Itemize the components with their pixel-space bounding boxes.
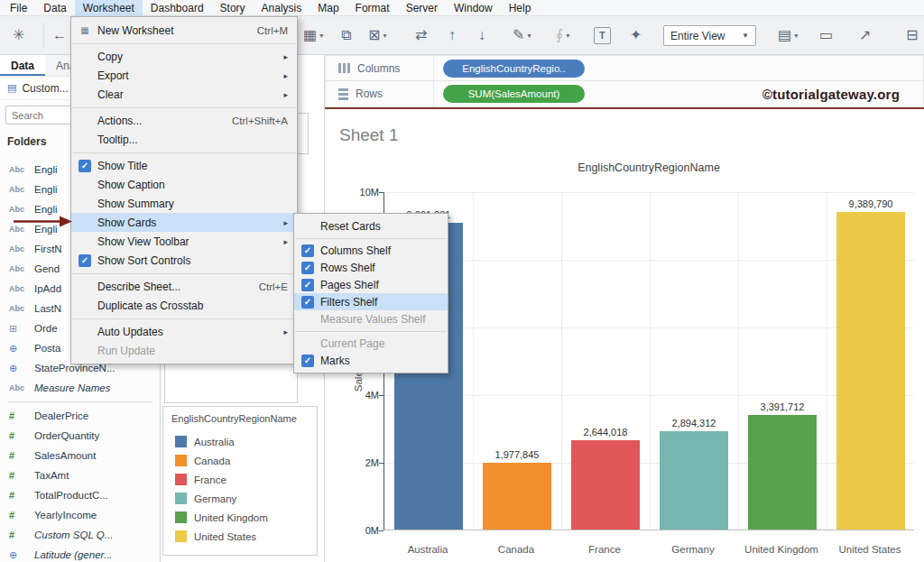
rows-shelf[interactable]: Rows SUM(SalesAmount) ©tutorialgateway.o…: [325, 81, 924, 107]
menu-server[interactable]: Server: [398, 0, 446, 16]
bar-united-kingdom[interactable]: [748, 415, 817, 530]
field-label: YearlyIncome: [34, 510, 97, 521]
legend-swatch-germany[interactable]: [175, 493, 187, 504]
legend-item-australia[interactable]: Australia: [171, 432, 313, 451]
menu-item-show-caption[interactable]: Show Caption: [71, 175, 297, 194]
menu-item-show-title[interactable]: ✓Show Title: [71, 156, 297, 175]
legend-swatch-canada[interactable]: [175, 455, 187, 466]
back-arrow-icon[interactable]: ←: [52, 25, 67, 45]
new-worksheet-icon[interactable]: ▦▾: [303, 25, 323, 46]
field-dealerprice[interactable]: #DealerPrice: [0, 406, 160, 426]
menu-item-current-page[interactable]: Current Page: [294, 335, 448, 352]
field-yearlyincome[interactable]: #YearlyIncome: [0, 505, 160, 525]
color-legend-card[interactable]: EnglishCountryRegionName AustraliaCanada…: [162, 406, 318, 556]
dropdown-caret-icon[interactable]: ▾: [566, 32, 569, 40]
menu-item-marks[interactable]: ✓Marks: [294, 352, 448, 369]
legend-item-france[interactable]: France: [171, 470, 313, 489]
bar-france[interactable]: [571, 440, 640, 530]
fit-mode-select[interactable]: Entire View ▼: [663, 25, 756, 46]
rows-pill[interactable]: SUM(SalesAmount): [443, 85, 585, 103]
mark-labels-icon[interactable]: T: [594, 27, 611, 44]
menu-item-auto-updates[interactable]: Auto Updates▸: [71, 322, 297, 341]
legend-item-united-states[interactable]: United States: [171, 527, 313, 546]
menu-item-reset-cards[interactable]: Reset Cards: [294, 217, 448, 235]
menu-item-copy[interactable]: Copy▸: [71, 47, 297, 66]
menu-item-rows-shelf[interactable]: ✓Rows Shelf: [294, 259, 448, 276]
menu-worksheet[interactable]: Worksheet: [75, 0, 143, 16]
menu-item-run-update[interactable]: Run Update: [71, 341, 297, 360]
menu-story[interactable]: Story: [212, 0, 254, 16]
dropdown-caret-icon[interactable]: ▾: [383, 32, 386, 40]
menu-item-clear[interactable]: Clear▸: [71, 85, 297, 104]
dropdown-caret-icon[interactable]: ▾: [794, 32, 798, 40]
menu-window[interactable]: Window: [446, 0, 501, 16]
dropdown-caret-icon[interactable]: ▾: [319, 32, 323, 40]
x-axis-category-label: Germany: [649, 544, 737, 555]
menu-map[interactable]: Map: [310, 0, 346, 16]
field-latitude-gener[interactable]: ⊕Latitude (gener...: [0, 545, 160, 562]
duplicate-sheet-icon[interactable]: ⧉: [341, 25, 351, 45]
bar-canada[interactable]: [483, 463, 551, 530]
menu-file[interactable]: File: [2, 0, 35, 16]
submenu-arrow-icon: ▸: [283, 327, 291, 336]
field-totalproductc[interactable]: #TotalProductC...: [0, 485, 160, 505]
menu-item-label: Duplicate as Crosstab: [97, 299, 288, 312]
tableau-logo-icon[interactable]: ✳: [13, 25, 24, 45]
sort-ascending-icon[interactable]: ↑: [448, 25, 456, 45]
menu-item-label: Rows Shelf: [320, 262, 439, 274]
clear-sheet-icon[interactable]: ⊠▾: [368, 25, 386, 46]
bar-germany[interactable]: [660, 431, 728, 530]
menu-item-show-cards[interactable]: Show Cards▸: [71, 213, 297, 232]
field-label: TotalProductC...: [34, 490, 108, 501]
columns-icon: [338, 63, 350, 73]
menu-item-columns-shelf[interactable]: ✓Columns Shelf: [294, 242, 448, 259]
paperclip-icon[interactable]: ∮▾: [556, 25, 569, 46]
legend-item-germany[interactable]: Germany: [171, 489, 313, 508]
field-taxamt[interactable]: #TaxAmt: [0, 465, 160, 485]
sort-descending-icon[interactable]: ↓: [478, 25, 485, 45]
field-custom-sql-q[interactable]: #Custom SQL Q...: [0, 525, 160, 545]
menu-data[interactable]: Data: [35, 0, 74, 16]
menu-dashboard[interactable]: Dashboard: [143, 0, 212, 16]
menu-item-export[interactable]: Export▸: [71, 66, 297, 85]
field-orderquantity[interactable]: #OrderQuantity: [0, 426, 160, 446]
menu-item-show-summary[interactable]: Show Summary: [71, 194, 297, 213]
legend-swatch-australia[interactable]: [175, 436, 187, 447]
menu-item-duplicate-as-crosstab[interactable]: Duplicate as Crosstab: [71, 296, 297, 315]
field-salesamount[interactable]: #SalesAmount: [0, 446, 160, 465]
bar-united-states[interactable]: [836, 212, 905, 530]
menu-item-tooltip[interactable]: Tooltip...: [71, 130, 297, 149]
dropdown-caret-icon[interactable]: ▾: [527, 32, 531, 40]
legend-swatch-united-states[interactable]: [175, 530, 187, 542]
panel-icon[interactable]: ⊟: [906, 25, 918, 45]
legend-swatch-france[interactable]: [175, 474, 187, 485]
field-label: LastN: [34, 303, 61, 314]
menu-item-measure-values-shelf[interactable]: Measure Values Shelf: [294, 310, 448, 327]
chevron-down-icon[interactable]: ▼: [742, 32, 749, 40]
columns-pill[interactable]: EnglishCountryRegio..: [443, 60, 585, 78]
menu-item-show-view-toolbar[interactable]: Show View Toolbar▸: [71, 232, 297, 251]
y-axis-tick-label: 4M: [343, 390, 379, 401]
menu-format[interactable]: Format: [347, 0, 398, 16]
legend-swatch-united-kingdom[interactable]: [175, 511, 187, 523]
menu-item-show-sort-controls[interactable]: ✓Show Sort Controls: [71, 251, 297, 270]
presentation-mode-icon[interactable]: ▭: [819, 25, 833, 45]
columns-shelf[interactable]: Columns EnglishCountryRegio..: [325, 55, 924, 81]
swap-rows-columns-icon[interactable]: ⇄: [415, 25, 427, 45]
show-cards-icon[interactable]: ▤▾: [778, 25, 798, 46]
menu-analysis[interactable]: Analysis: [254, 0, 310, 16]
menu-item-pages-shelf[interactable]: ✓Pages Shelf: [294, 276, 448, 293]
globe-icon: ⊕: [9, 363, 29, 374]
menu-item-actions[interactable]: Actions...Ctrl+Shift+A: [71, 111, 297, 130]
menu-item-describe-sheet[interactable]: Describe Sheet...Ctrl+E: [71, 277, 297, 296]
tab-data[interactable]: Data: [0, 55, 45, 76]
share-icon[interactable]: ↗: [859, 25, 871, 45]
fix-axes-icon[interactable]: ✦: [630, 25, 642, 45]
menu-item-filters-shelf[interactable]: ✓Filters Shelf: [294, 293, 448, 310]
menu-item-new-worksheet[interactable]: ▦New WorksheetCtrl+M: [71, 21, 297, 40]
legend-item-united-kingdom[interactable]: United Kingdom: [171, 508, 313, 527]
highlight-icon[interactable]: ✎▾: [513, 25, 531, 46]
field-measure-names[interactable]: AbcMeasure Names: [0, 378, 160, 398]
menu-help[interactable]: Help: [501, 0, 540, 16]
legend-item-canada[interactable]: Canada: [171, 451, 313, 470]
